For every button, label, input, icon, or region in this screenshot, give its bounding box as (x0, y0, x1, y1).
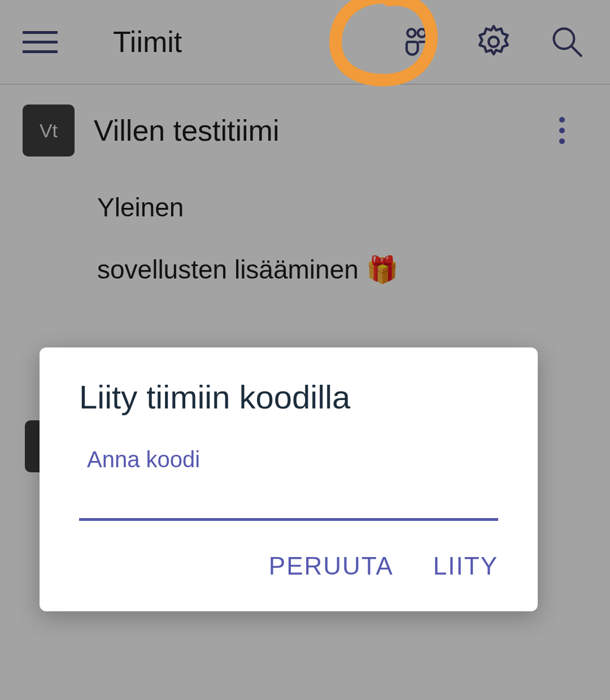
cancel-button[interactable]: PERUUTA (269, 552, 394, 580)
join-with-code-dialog: Liity tiimiin koodilla Anna koodi PERUUT… (40, 347, 538, 611)
join-button[interactable]: LIITY (433, 552, 498, 580)
code-input-label: Anna koodi (87, 447, 498, 472)
dialog-title: Liity tiimiin koodilla (79, 378, 498, 416)
code-input[interactable] (79, 476, 498, 521)
